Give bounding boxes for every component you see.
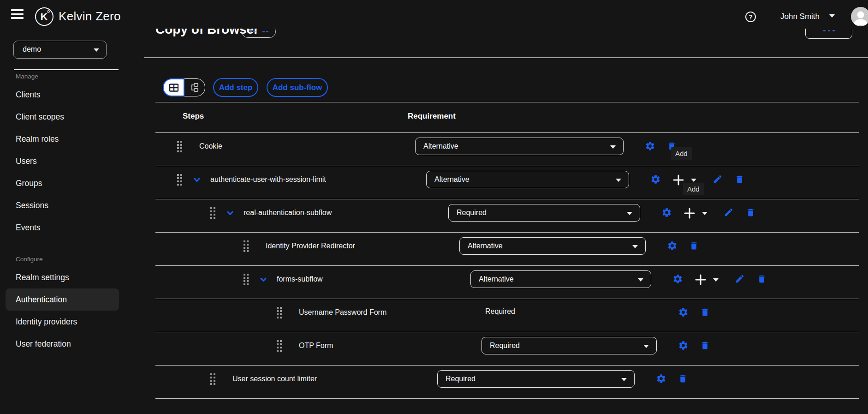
chevron-down-icon <box>632 245 638 248</box>
requirement-value: Required <box>490 342 520 350</box>
drag-handle-icon[interactable] <box>277 307 283 318</box>
collapse-chevron-icon[interactable] <box>194 176 201 183</box>
collapse-chevron-icon[interactable] <box>260 276 268 283</box>
settings-gear-icon[interactable] <box>656 373 667 384</box>
sidebar-item-events[interactable]: Events <box>6 216 119 239</box>
flow-table-row: Identity Provider Redirector Alternative <box>155 233 859 266</box>
add-step-plus-icon[interactable] <box>684 207 696 218</box>
requirement-select[interactable]: Required <box>437 370 635 388</box>
requirement-select[interactable]: Alternative <box>415 138 624 155</box>
app-name: Kelvin Zero <box>59 9 121 24</box>
step-name: forms-subflow <box>277 275 323 283</box>
flow-table-row: OTP Form Required <box>155 332 859 366</box>
edit-pencil-icon[interactable] <box>713 174 724 185</box>
edit-pencil-icon[interactable] <box>724 207 735 218</box>
app-root: Copy of Browser <box>0 0 868 414</box>
step-name: Cookie <box>199 142 222 150</box>
nav-section-label: Manage <box>16 73 38 80</box>
kelvin-zero-logo-icon[interactable]: K <box>35 7 54 26</box>
add-step-plus-icon[interactable] <box>695 274 707 285</box>
steps-column-header: Steps <box>183 112 204 121</box>
chevron-down-icon <box>621 378 627 381</box>
drag-handle-icon[interactable] <box>244 240 250 252</box>
help-icon[interactable]: ? <box>745 12 756 22</box>
settings-gear-icon[interactable] <box>678 307 689 318</box>
drag-handle-icon[interactable] <box>210 373 216 384</box>
delete-trash-icon[interactable] <box>757 274 768 285</box>
user-menu[interactable]: John Smith <box>780 12 820 21</box>
delete-trash-icon[interactable] <box>746 207 757 218</box>
flow-table-row: authenticate-user-with-session-limit Alt… <box>155 166 859 199</box>
delete-trash-icon[interactable] <box>700 340 711 351</box>
delete-trash-icon[interactable] <box>678 373 689 384</box>
delete-trash-icon[interactable] <box>700 307 711 318</box>
sidebar-item-sessions[interactable]: Sessions <box>6 194 119 216</box>
chevron-down-icon <box>610 145 616 149</box>
delete-trash-icon[interactable] <box>689 240 700 252</box>
sidebar-item-clients[interactable]: Clients <box>6 84 119 106</box>
row-actions <box>678 332 711 359</box>
delete-trash-icon[interactable] <box>735 174 746 185</box>
row-actions <box>656 366 689 392</box>
sidebar-divider <box>14 69 119 70</box>
chevron-down-icon <box>643 345 649 348</box>
add-step-button[interactable]: Add step <box>213 78 258 97</box>
sidebar-item-identity-providers[interactable]: Identity providers <box>6 311 119 333</box>
edit-pencil-icon[interactable] <box>735 274 746 285</box>
diagram-view-toggle[interactable] <box>184 78 205 96</box>
drag-handle-icon[interactable] <box>177 174 183 185</box>
settings-gear-icon[interactable] <box>667 240 678 252</box>
requirement-value: Required <box>457 209 487 217</box>
requirement-value: Alternative <box>468 242 503 250</box>
add-options-caret-icon[interactable] <box>701 207 708 218</box>
chevron-down-icon <box>627 212 632 215</box>
sidebar-item-user-federation[interactable]: User federation <box>6 333 119 355</box>
chevron-down-icon <box>638 278 643 282</box>
requirement-select[interactable]: Alternative <box>426 171 629 188</box>
sidebar-item-authentication[interactable]: Authentication <box>6 288 119 311</box>
view-toggle-group <box>163 78 205 96</box>
requirement-column-header: Requirement <box>408 112 456 121</box>
requirement-select[interactable]: Alternative <box>459 237 646 255</box>
settings-gear-icon[interactable] <box>678 340 689 351</box>
settings-gear-icon[interactable] <box>672 274 684 285</box>
user-menu-caret-icon[interactable] <box>829 14 835 18</box>
sidebar-item-client-scopes[interactable]: Client scopes <box>6 106 119 128</box>
requirement-value: Required <box>446 375 476 383</box>
step-name: authenticate-user-with-session-limit <box>210 175 326 184</box>
chevron-down-icon <box>94 48 99 52</box>
sidebar-item-groups[interactable]: Groups <box>6 172 119 194</box>
realm-selector[interactable]: demo <box>13 41 107 59</box>
requirement-select[interactable]: Required <box>448 204 640 222</box>
logo-degree-mark <box>47 10 50 13</box>
flow-table-row: Username Password Form Required <box>155 299 859 332</box>
settings-gear-icon[interactable] <box>650 174 661 185</box>
sidebar-item-realm-settings[interactable]: Realm settings <box>6 266 119 288</box>
main-content: Copy of Browser <box>144 0 868 414</box>
row-actions <box>661 199 757 226</box>
collapse-chevron-icon[interactable] <box>227 209 234 216</box>
settings-gear-icon[interactable] <box>645 141 656 152</box>
drag-handle-icon[interactable] <box>277 340 283 351</box>
requirement-select[interactable]: Alternative <box>470 270 651 288</box>
person-icon <box>853 10 868 25</box>
user-avatar[interactable] <box>851 7 868 26</box>
table-view-toggle[interactable] <box>163 78 184 96</box>
drag-handle-icon[interactable] <box>210 207 216 218</box>
drag-handle-icon[interactable] <box>177 141 183 152</box>
row-actions <box>667 233 700 259</box>
requirement-value: Alternative <box>423 142 458 150</box>
sidebar-item-users[interactable]: Users <box>6 150 119 172</box>
hamburger-menu-icon[interactable] <box>11 9 24 19</box>
requirement-value: Required <box>485 307 515 316</box>
step-name: Identity Provider Redirector <box>266 242 355 250</box>
flow-table-row: Cookie Alternative Add <box>155 133 859 166</box>
nav-section-label: Configure <box>16 256 43 263</box>
requirement-select[interactable]: Required <box>482 337 657 354</box>
add-options-caret-icon[interactable] <box>712 274 719 285</box>
settings-gear-icon[interactable] <box>661 207 672 218</box>
add-subflow-button[interactable]: Add sub-flow <box>267 78 328 97</box>
drag-handle-icon[interactable] <box>244 274 250 285</box>
add-tooltip: Add <box>671 147 692 160</box>
sidebar-item-realm-roles[interactable]: Realm roles <box>6 128 119 150</box>
